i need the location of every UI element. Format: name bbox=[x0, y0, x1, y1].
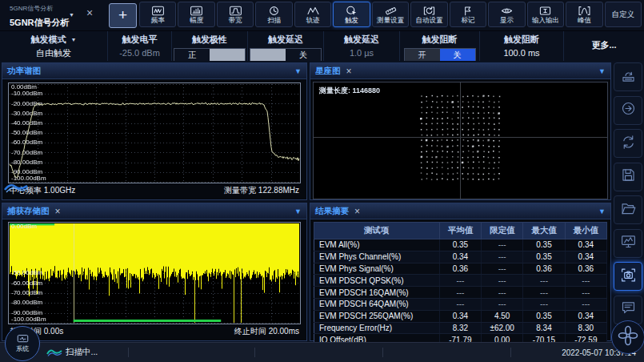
measurement-tab[interactable]: 5GNR信号分析 5GNR信号分析 ▼ × + bbox=[0, 0, 138, 30]
marker-icon bbox=[460, 6, 475, 16]
toolbar-button-frequency[interactable]: 频率 bbox=[139, 2, 176, 27]
result-value: 0.34 bbox=[439, 251, 481, 263]
panel-close-icon[interactable]: × bbox=[354, 207, 360, 215]
add-tab-button[interactable]: + bbox=[109, 3, 137, 28]
panel-capture-storage: 捕获存储图 × ▼ 起始时间 0.00s 终止时间 20.00ms bbox=[2, 203, 307, 341]
result-value: 0.35 bbox=[523, 310, 565, 322]
result-value: 0.34 bbox=[565, 251, 606, 263]
results-table-header: 测试项平均值限定值最大值最小值 bbox=[314, 223, 607, 239]
result-row: EVM All(%)0.35---0.350.34 bbox=[314, 239, 607, 251]
display-icon bbox=[499, 6, 514, 16]
analyzer-window: 5GNR信号分析 5GNR信号分析 ▼ × + 频率幅度带宽扫描轨迹触发测量设置… bbox=[0, 0, 644, 362]
result-value: --- bbox=[439, 275, 481, 287]
panel-title: 星座图 bbox=[315, 66, 341, 77]
result-value: 8.30 bbox=[565, 322, 606, 334]
next-button[interactable] bbox=[614, 96, 642, 125]
folder-open-icon bbox=[620, 200, 637, 220]
toolbar-button-input-output[interactable]: 输入输出 bbox=[527, 2, 564, 27]
panel-title: 功率谱图 bbox=[7, 66, 41, 77]
folder-open-button[interactable] bbox=[614, 195, 642, 224]
panel-results-summary: 结果摘要 × ▼ 测试项平均值限定值最大值最小值 EVM All(%)0.35-… bbox=[310, 203, 611, 341]
setting-group-触发极性[interactable]: 触发极性正 bbox=[172, 31, 248, 62]
toolbar-button-trigger[interactable]: 触发 bbox=[333, 2, 370, 27]
result-value: --- bbox=[565, 275, 606, 287]
setting-label: 触发延迟 bbox=[324, 34, 399, 45]
setting-group-触发阻断[interactable]: 触发阻断100.0 ms bbox=[480, 31, 564, 62]
more-button[interactable]: 更多... bbox=[564, 39, 644, 51]
switch-option[interactable]: 开 bbox=[405, 49, 440, 61]
toolbar-button-custom[interactable]: 自定义 bbox=[605, 2, 642, 27]
results-column-header: 最大值 bbox=[523, 223, 565, 239]
statusbar-divider bbox=[510, 348, 511, 357]
panel-dropdown-icon[interactable]: ▼ bbox=[598, 207, 606, 215]
setting-label: 触发电平 bbox=[108, 34, 171, 45]
panel-close-icon[interactable]: × bbox=[55, 207, 61, 215]
stop-time-label: 终止时间 20.00ms bbox=[234, 326, 299, 337]
toolbar-button-display[interactable]: 显示 bbox=[488, 2, 525, 27]
refresh-button[interactable] bbox=[614, 129, 642, 158]
hardcopy-button[interactable] bbox=[614, 62, 642, 91]
result-row: EVM Phys Signal(%)0.36---0.360.36 bbox=[314, 263, 607, 275]
system-icon bbox=[17, 334, 29, 344]
toolbar-button-meas-setup[interactable]: 测量设置 bbox=[372, 2, 409, 27]
result-value: 0.36 bbox=[523, 263, 565, 275]
toggle-label: 关 bbox=[286, 49, 321, 61]
screenshot-icon bbox=[620, 267, 637, 287]
result-value: 0.34 bbox=[565, 310, 606, 322]
system-button[interactable]: 系统 bbox=[5, 326, 40, 361]
meas-setup-icon bbox=[383, 6, 398, 16]
brand-logo bbox=[46, 348, 62, 357]
tab-dropdown-icon[interactable]: ▼ bbox=[69, 12, 74, 18]
result-value: --- bbox=[523, 275, 565, 287]
toolbar-button-amplitude[interactable]: 幅度 bbox=[178, 2, 214, 27]
result-row: EVM PDSCH 16QAM(%)------------ bbox=[314, 287, 607, 299]
setting-group-触发电平[interactable]: 触发电平-25.0 dBm bbox=[108, 31, 172, 62]
result-value: 8.34 bbox=[523, 322, 565, 334]
result-value: --- bbox=[565, 287, 606, 299]
tab-close-icon[interactable]: × bbox=[86, 6, 93, 19]
test-item-name: EVM PDSCH 256QAM(%) bbox=[314, 310, 440, 322]
toggle-knob[interactable] bbox=[210, 49, 245, 61]
main-area: 功率谱图 ▼ 中心频率 1.00GHz 测量带宽 122.88MHz 星座图 ×… bbox=[0, 61, 644, 343]
watermark-logo bbox=[3, 181, 29, 194]
panel-header: 结果摘要 × ▼ bbox=[310, 203, 610, 219]
result-value: ±62.00 bbox=[482, 322, 523, 334]
tab-subtitle: 5GNR信号分析 bbox=[10, 4, 53, 13]
test-item-name: Frequency Error(Hz) bbox=[314, 322, 440, 334]
switch-触发阻断[interactable]: 开关 bbox=[404, 48, 476, 62]
nav-wheel-button[interactable] bbox=[611, 320, 644, 354]
setting-group-more[interactable]: 更多... bbox=[564, 31, 644, 62]
setting-group-触发延迟[interactable]: 触发延迟关 bbox=[248, 31, 324, 62]
setting-label: 触发极性 bbox=[172, 34, 247, 45]
panel-dropdown-icon[interactable]: ▼ bbox=[294, 67, 302, 75]
toolbar-button-peak[interactable]: 峰值 bbox=[566, 2, 602, 27]
top-bar: 5GNR信号分析 5GNR信号分析 ▼ × + 频率幅度带宽扫描轨迹触发测量设置… bbox=[0, 0, 644, 30]
result-value: --- bbox=[482, 251, 523, 263]
toolbar-button-bandwidth[interactable]: 带宽 bbox=[217, 2, 254, 27]
save-button[interactable] bbox=[614, 163, 642, 191]
panel-dropdown-icon[interactable]: ▼ bbox=[598, 67, 606, 75]
result-row: EVM PDSCH 256QAM(%)0.344.500.350.34 bbox=[314, 310, 607, 322]
display-window-button[interactable] bbox=[614, 229, 642, 258]
panel-header: 捕获存储图 × ▼ bbox=[2, 203, 306, 219]
toolbar-button-auto-setup[interactable]: 自动设置 bbox=[410, 2, 447, 27]
toolbar-button-marker[interactable]: 标记 bbox=[450, 2, 486, 27]
switch-option[interactable]: 关 bbox=[440, 49, 475, 61]
setting-label: 触发阻断 bbox=[480, 34, 563, 45]
panel-close-icon[interactable]: × bbox=[346, 67, 352, 75]
result-value: 0.35 bbox=[523, 251, 565, 263]
dropdown-caret-icon[interactable]: ▼ bbox=[71, 37, 77, 42]
toolbar-button-trace[interactable]: 轨迹 bbox=[294, 2, 331, 27]
screenshot-button[interactable] bbox=[614, 262, 642, 291]
setting-group-触发延迟[interactable]: 触发延迟1.0 µs bbox=[324, 31, 400, 62]
setting-group-触发模式[interactable]: 触发模式▼自由触发 bbox=[0, 31, 108, 62]
toggle-knob[interactable] bbox=[250, 49, 286, 61]
setting-group-触发阻断[interactable]: 触发阻断开关 bbox=[400, 31, 480, 62]
panel-dropdown-icon[interactable]: ▼ bbox=[294, 207, 302, 215]
toggle-触发极性[interactable]: 正 bbox=[174, 48, 246, 62]
result-value: 0.36 bbox=[565, 263, 606, 275]
toolbar-button-sweep[interactable]: 扫描 bbox=[255, 2, 292, 27]
toolbar-button-label: 触发 bbox=[345, 16, 358, 24]
toggle-触发延迟[interactable]: 关 bbox=[250, 48, 322, 62]
setting-value: 100.0 ms bbox=[480, 47, 563, 58]
